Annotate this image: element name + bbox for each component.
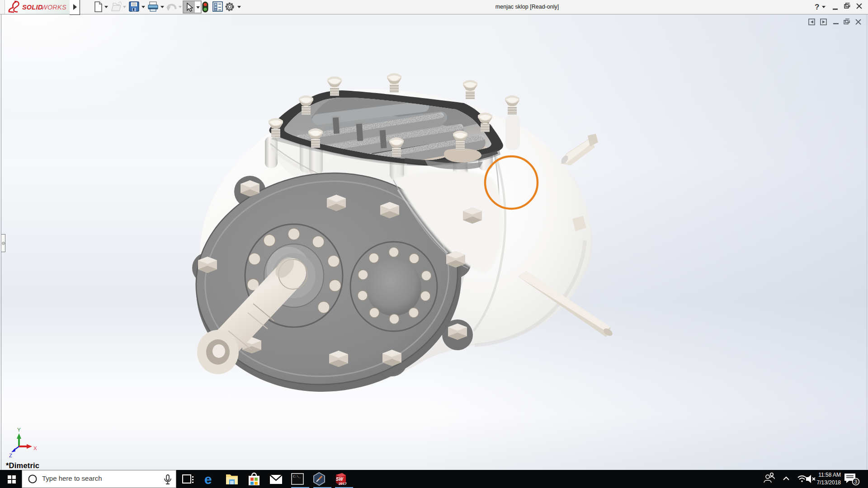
svg-text:WORKS: WORKS — [41, 4, 66, 11]
svg-text:C:\_: C:\_ — [293, 475, 301, 479]
svg-text:Y: Y — [17, 427, 21, 432]
svg-text:SOLID: SOLID — [22, 4, 43, 11]
svg-text:Z: Z — [9, 453, 12, 458]
svg-text:e: e — [204, 472, 212, 487]
svg-text:2017: 2017 — [339, 482, 347, 486]
svg-text:3: 3 — [854, 479, 857, 484]
svg-text:X: X — [33, 446, 37, 451]
svg-text:SW: SW — [336, 477, 344, 482]
svg-text:?: ? — [815, 3, 819, 11]
